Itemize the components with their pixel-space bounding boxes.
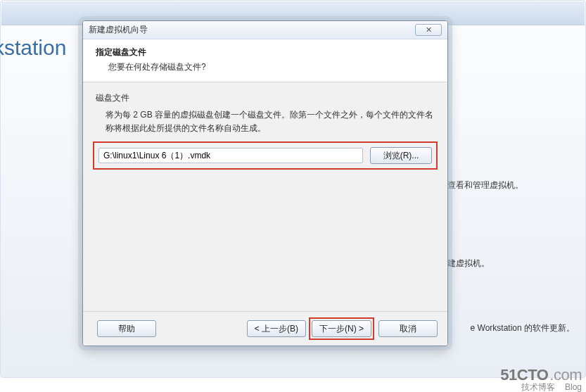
close-icon: ✕ [426,25,432,34]
side-server-block: 务器 器上查看和管理虚拟机。 [431,163,571,191]
watermark-brand-b: .com [549,367,582,383]
header-title: 指定磁盘文件 [96,46,435,58]
disk-file-label: 磁盘文件 [96,92,435,104]
watermark-brand: 51CTO.com [500,367,582,383]
watermark-brand-a: 51CTO [500,367,548,383]
back-button[interactable]: < 上一步(B) [247,320,306,337]
browse-button[interactable]: 浏览(R)... [370,147,432,164]
dialog-footer: 帮助 < 上一步(B) 下一步(N) > 取消 [83,311,447,346]
dialog-title: 新建虚拟机向导 [89,24,415,36]
side-vm-title: 机 [431,241,571,253]
disk-file-description: 将为每 2 GB 容量的虚拟磁盘创建一个磁盘文件。除第一个文件之外，每个文件的文… [106,108,435,134]
dialog-body: 磁盘文件 将为每 2 GB 容量的虚拟磁盘创建一个磁盘文件。除第一个文件之外，每… [83,82,447,311]
watermark-sub: 技术博客 Blog [500,383,582,392]
side-vm-block: 机 机创建虚拟机。 [431,241,571,270]
titlebar[interactable]: 新建虚拟机向导 ✕ [83,21,447,39]
header-subtitle: 您要在何处存储磁盘文件? [108,61,435,73]
watermark-sub-b: Blog [565,383,582,392]
side-server-text: 器上查看和管理虚拟机。 [431,179,571,191]
brand-text: kstation [0,36,66,60]
close-button[interactable]: ✕ [415,24,442,36]
side-update-text: e Workstation 的软件更新。 [471,322,575,334]
side-server-title: 务器 [431,163,571,175]
watermark: 51CTO.com 技术博客 Blog [500,367,582,392]
dialog-header: 指定磁盘文件 您要在何处存储磁盘文件? [83,39,447,82]
next-button[interactable]: 下一步(N) > [312,320,371,337]
cancel-button[interactable]: 取消 [378,320,438,337]
wizard-dialog: 新建虚拟机向导 ✕ 指定磁盘文件 您要在何处存储磁盘文件? 磁盘文件 将为每 2… [82,20,448,346]
disk-file-input[interactable] [98,148,363,163]
file-path-row: 浏览(R)... [93,141,438,170]
next-button-highlight: 下一步(N) > [309,317,374,340]
side-vm-text: 机创建虚拟机。 [431,258,571,270]
watermark-sub-a: 技术博客 [521,383,555,392]
side-content: 务器 器上查看和管理虚拟机。 机 机创建虚拟机。 [431,163,571,270]
help-button[interactable]: 帮助 [97,320,156,337]
